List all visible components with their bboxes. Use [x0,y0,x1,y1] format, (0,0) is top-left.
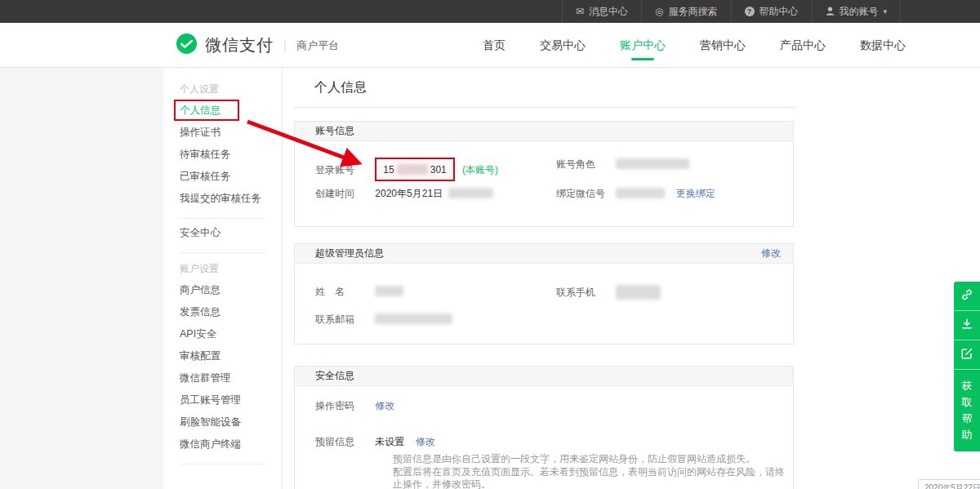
sidebar-item-label: 操作证书 [180,127,220,138]
topbar-items: ✉ 消息中心 ◎ 服务商搜索 ? 帮助中心 我的账号 ▾ [562,0,901,23]
service-provider-search-label: 服务商搜索 [669,5,718,19]
chevron-down-icon: ▾ [884,7,888,16]
my-account-menu[interactable]: 我的账号 ▾ [812,0,902,23]
site-header: 微信支付 | 商户平台 首页 交易中心 账户中心 营销中心 产品中心 数据中心 [0,23,980,68]
main-nav: 首页 交易中心 账户中心 营销中心 产品中心 数据中心 [466,23,923,68]
user-icon [826,7,835,17]
nav-transaction-center-label: 交易中心 [540,38,586,53]
admin-phone-label: 联系手机 [556,286,613,300]
nav-marketing-center[interactable]: 营销中心 [683,23,763,68]
nav-transaction-center[interactable]: 交易中心 [523,23,603,68]
reserved-info-edit-link[interactable]: 修改 [416,436,435,447]
help-icon: ? [745,7,755,16]
sidebar-divider [180,464,265,465]
operation-password-label: 操作密码 [315,399,372,413]
my-account-label: 我的账号 [840,5,879,19]
service-provider-search-button[interactable]: ◎ 服务商搜索 [641,0,730,23]
sidebar-item-label: 微信商户终端 [180,438,241,450]
sidebar-item-label: 刷脸智能设备 [180,416,241,428]
nav-account-center[interactable]: 账户中心 [603,23,683,68]
nav-home-label: 首页 [483,38,506,53]
title-divider [294,107,796,108]
account-info-section: 账号信息 登录账号 15301 (本账号) 账号角色 创建时间 [294,121,794,227]
brand-subtitle: 商户平台 [296,38,339,53]
nav-data-center[interactable]: 数据中心 [843,23,923,68]
redacted-admin-name [375,286,403,296]
admin-row-2: 联系邮箱 [315,313,793,340]
sidebar-item-label: 微信群管理 [180,372,231,384]
security-info-body: 操作密码 修改 预留信息 未设置 修改 预留信息是由你自己设置的一段文字，用来鉴… [295,386,793,489]
created-time-field: 创建时间 2020年5月21日 [315,187,493,201]
admin-row-1: 姓 名 联系手机 [315,285,793,313]
sidebar-item-label: API安全 [180,328,216,340]
sidebar-item-pending-review-tasks[interactable]: 待审核任务 [163,144,282,166]
sidebar-item-api-security[interactable]: API安全 [163,323,282,345]
super-admin-section-header: 超级管理员信息 修改 [295,244,793,264]
change-binding-link[interactable]: 更换绑定 [676,188,715,199]
brand-logo[interactable]: 微信支付 | 商户平台 [176,23,339,68]
sidebar-item-my-submitted-review-tasks[interactable]: 我提交的审核任务 [163,188,282,210]
active-nav-underline [631,58,654,60]
redacted-account-role [616,158,689,169]
reserved-info-note: 预留信息是由你自己设置的一段文字，用来鉴定网站身份，防止假冒网站造成损失。 配置… [393,453,793,489]
admin-name-label: 姓 名 [315,285,372,299]
account-info-body: 登录账号 15301 (本账号) 账号角色 创建时间 2020年5月21日 [295,141,793,216]
sidebar-item-merchant-info[interactable]: 商户信息 [163,279,282,301]
message-center-button[interactable]: ✉ 消息中心 [562,0,641,23]
sidebar-item-security-center[interactable]: 安全中心 [163,222,282,244]
date-tooltip: 2020年5月22日 [918,479,980,489]
share-link-button[interactable] [954,282,980,311]
sidebar-item-review-config[interactable]: 审核配置 [163,345,282,367]
super-admin-title: 超级管理员信息 [315,247,384,260]
brand-name: 微信支付 [205,34,274,56]
admin-email-label: 联系邮箱 [315,313,372,327]
sidebar-item-label: 审核配置 [180,350,220,362]
sidebar-item-operation-certificate[interactable]: 操作证书 [163,122,282,144]
sidebar-group-account-settings: 账户设置 [163,258,282,279]
nav-account-center-label: 账户中心 [620,38,666,53]
sidebar-item-label: 安全中心 [180,227,220,238]
nav-home[interactable]: 首页 [466,23,523,68]
super-admin-edit-link[interactable]: 修改 [761,247,781,260]
sidebar-item-wechat-group-management[interactable]: 微信群管理 [163,367,282,389]
operation-password-field: 操作密码 修改 [315,399,394,413]
sidebar-item-reviewed-tasks[interactable]: 已审核任务 [163,166,282,188]
operation-password-edit-link[interactable]: 修改 [375,400,394,411]
sidebar-item-wechat-merchant-terminal[interactable]: 微信商户终端 [163,433,282,456]
download-icon [960,318,973,334]
login-account-suffix: 301 [430,164,447,176]
sidebar-group-personal-settings: 个人设置 [163,78,282,100]
account-row-1: 登录账号 15301 (本账号) 账号角色 [315,158,793,187]
sidebar-item-staff-account-management[interactable]: 员工账号管理 [163,389,282,411]
account-role-field: 账号角色 [556,158,689,171]
login-account-label: 登录账号 [315,163,372,177]
bound-wechat-label: 绑定微信号 [556,187,613,201]
note-line-2: 配置后将在首页及充值页面显示。若未看到预留信息，表明当前访问的网站存在风险，请终… [393,466,793,489]
help-center-label: 帮助中心 [760,5,799,19]
bound-wechat-field: 绑定微信号 更换绑定 [556,187,715,201]
sidebar-divider [180,218,265,219]
sidebar-menu: 个人设置 个人信息 操作证书 待审核任务 已审核任务 我提交的审核任务 安全中心… [163,69,282,465]
sidebar-item-personal-info[interactable]: 个人信息 [163,100,282,122]
feedback-button[interactable] [954,340,980,370]
get-help-button[interactable]: 获取帮助 [954,370,980,451]
sidebar-item-face-smart-devices[interactable]: 刷脸智能设备 [163,411,282,433]
login-account-prefix: 15 [383,164,394,176]
wechat-pay-merchant-platform-page: ✉ 消息中心 ◎ 服务商搜索 ? 帮助中心 我的账号 ▾ [0,0,980,489]
search-icon: ◎ [655,7,663,16]
super-admin-body: 姓 名 联系手机 联系邮箱 [295,264,793,340]
sidebar-item-label: 发票信息 [180,306,220,318]
redacted-admin-email [375,313,452,324]
page-title: 个人信息 [314,79,367,96]
sidebar-item-invoice-info[interactable]: 发票信息 [163,301,282,323]
security-info-section: 安全信息 操作密码 修改 预留信息 未设置 修改 预留信息是由你自己设置的一段文… [294,366,794,489]
edit-icon [960,347,973,363]
nav-marketing-center-label: 营销中心 [700,38,746,53]
help-center-button[interactable]: ? 帮助中心 [731,0,812,23]
message-center-label: 消息中心 [589,5,628,19]
redacted-created-time [448,188,493,198]
nav-product-center[interactable]: 产品中心 [763,23,843,68]
account-info-title: 账号信息 [315,124,354,138]
current-account-tag: (本账号) [462,164,498,176]
download-button[interactable] [954,311,980,340]
